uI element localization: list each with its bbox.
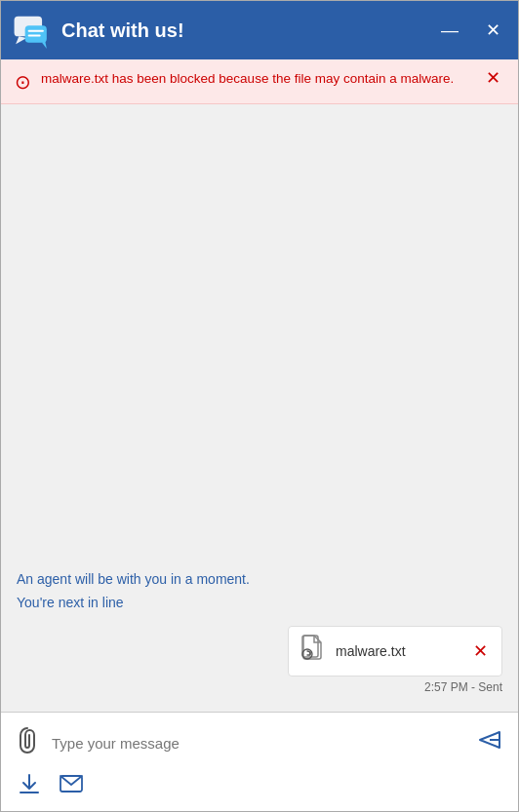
app-icon — [13, 12, 50, 49]
alert-message: malware.txt has been blocked because the… — [41, 69, 472, 89]
input-row — [13, 722, 506, 763]
file-icon — [300, 635, 326, 668]
svg-marker-1 — [16, 36, 26, 44]
attachment-remove-button[interactable]: ✕ — [471, 642, 490, 660]
alert-icon: ⊙ — [15, 70, 31, 94]
queue-message: You're next in line — [17, 595, 502, 610]
input-footer — [13, 763, 506, 803]
window-controls: — ✕ — [435, 18, 506, 43]
input-area — [1, 712, 518, 811]
attachment-filename: malware.txt — [336, 643, 461, 659]
attach-button[interactable] — [13, 722, 42, 763]
chat-area: An agent will be with you in a moment. Y… — [1, 104, 518, 712]
minimize-button[interactable]: — — [435, 18, 464, 43]
svg-rect-2 — [25, 25, 47, 42]
window-title: Chat with us! — [61, 19, 435, 42]
alert-banner: ⊙ malware.txt has been blocked because t… — [1, 59, 518, 104]
close-button[interactable]: ✕ — [480, 18, 506, 43]
download-button[interactable] — [17, 771, 42, 801]
chat-window: Chat with us! — ✕ ⊙ malware.txt has been… — [0, 0, 519, 812]
system-message: An agent will be with you in a moment. — [17, 571, 502, 587]
attachment-row: malware.txt ✕ — [17, 626, 502, 677]
file-attachment: malware.txt ✕ — [288, 626, 502, 677]
alert-close-button[interactable]: ✕ — [482, 69, 504, 87]
chat-spacer — [17, 124, 502, 571]
message-timestamp: 2:57 PM - Sent — [424, 680, 502, 694]
message-input[interactable] — [52, 735, 463, 752]
send-button[interactable] — [473, 723, 506, 762]
timestamp-row: 2:57 PM - Sent — [17, 680, 502, 694]
title-bar: Chat with us! — ✕ — [1, 1, 518, 59]
email-button[interactable] — [58, 773, 85, 799]
